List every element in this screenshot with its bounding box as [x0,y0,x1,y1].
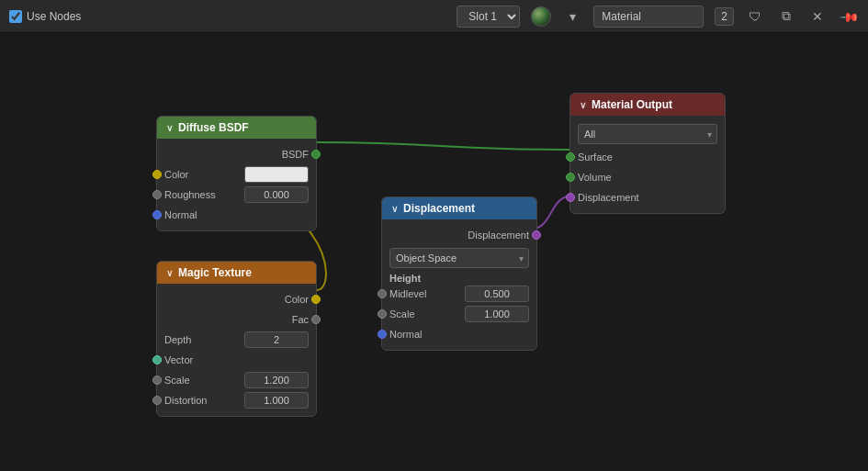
magic-fac-label: Fac [292,314,309,325]
magic-fac-output-socket[interactable] [311,315,321,324]
node-diffuse-bsdf: ∨ Diffuse BSDF BSDF Color Roughness [156,116,317,231]
disp-midlevel-socket[interactable] [378,289,387,298]
use-nodes-input[interactable] [9,10,22,23]
magic-scale-row: Scale [157,370,316,390]
magic-color-output-row: Color [157,289,316,309]
node-magic-texture: ∨ Magic Texture Color Fac Depth [156,261,317,417]
magic-fac-output-row: Fac [157,309,316,330]
output-displacement-row: Displacement [570,187,725,207]
magic-distortion-value[interactable] [244,392,309,409]
node-material-output: ∨ Material Output All Surface Volume [569,93,726,214]
magic-vector-socket[interactable] [152,355,162,364]
output-volume-label: Volume [578,172,612,183]
output-displacement-label: Displacement [578,192,639,203]
disp-output-socket[interactable] [532,230,541,240]
output-target-row: All [570,121,725,147]
displacement-header: ∨ Displacement [382,197,536,219]
output-surface-row: Surface [570,147,725,167]
disp-normal-label: Normal [389,329,422,340]
magic-scale-value[interactable] [244,372,309,388]
pin-btn[interactable]: 📌 [839,6,859,27]
material-type-btn[interactable]: ▾ [562,6,582,27]
output-surface-label: Surface [578,151,613,163]
disp-scale-value[interactable] [465,306,529,322]
magic-vector-row: Vector [157,350,316,370]
normal-row: Normal [157,205,316,225]
magic-scale-socket[interactable] [152,376,162,385]
magic-distortion-label: Distortion [164,395,207,406]
disp-space-dropdown[interactable]: Object Space [389,248,529,268]
output-displacement-socket[interactable] [566,193,575,202]
normal-input-socket[interactable] [152,210,162,219]
use-nodes-label: Use Nodes [27,10,81,23]
disp-space-row: Object Space [382,245,536,271]
disp-space-dropdown-wrapper: Object Space [389,248,529,268]
node-displacement: ∨ Displacement Displacement Object Space… [381,196,537,351]
magic-texture-title: Magic Texture [178,266,252,279]
disp-normal-row: Normal [382,324,536,344]
material-sphere-icon [531,6,551,27]
roughness-label: Roughness [164,189,216,200]
color-input-socket[interactable] [152,170,162,179]
magic-vector-label: Vector [164,354,193,365]
diffuse-bsdf-body: BSDF Color Roughness [157,139,316,230]
node-canvas: ∨ Diffuse BSDF BSDF Color Roughness [0,33,868,471]
duplicate-btn[interactable]: ⧉ [776,6,796,27]
magic-color-output-socket[interactable] [311,295,321,304]
displacement-collapse-arrow[interactable]: ∨ [391,204,398,214]
magic-depth-label: Depth [164,334,191,345]
bsdf-output-row: BSDF [157,144,316,164]
disp-midlevel-value[interactable] [465,286,529,302]
material-output-header: ∨ Material Output [570,94,725,116]
material-output-body: All Surface Volume Displacement [570,116,725,213]
shield-icon-btn[interactable]: 🛡 [745,6,765,27]
color-field[interactable] [244,166,309,183]
user-count: 2 [715,7,734,26]
magic-distortion-row: Distortion [157,390,316,410]
disp-scale-socket[interactable] [378,309,387,319]
magic-distortion-socket[interactable] [152,396,162,405]
output-volume-row: Volume [570,167,725,187]
bsdf-output-socket[interactable] [311,150,321,159]
disp-midlevel-row: Midlevel [382,284,536,304]
disp-scale-label: Scale [389,308,415,320]
color-label: Color [164,169,188,180]
diffuse-bsdf-title: Diffuse BSDF [178,121,249,134]
displacement-body: Displacement Object Space Height Midleve… [382,219,536,350]
disp-midlevel-label: Midlevel [389,288,426,299]
color-row: Color [157,164,316,185]
output-collapse-arrow[interactable]: ∨ [580,100,586,110]
disp-height-section-label: Height [382,271,536,284]
use-nodes-checkbox[interactable]: Use Nodes [9,10,81,23]
diffuse-collapse-arrow[interactable]: ∨ [166,123,173,133]
output-target-dropdown[interactable]: All [578,124,717,144]
roughness-value[interactable] [244,186,309,203]
output-target-dropdown-wrapper: All [578,124,717,144]
disp-scale-row: Scale [382,304,536,324]
magic-collapse-arrow[interactable]: ∨ [166,268,173,278]
disp-input-label: Displacement [468,230,529,241]
bsdf-label: BSDF [282,149,309,160]
magic-color-label: Color [285,294,309,305]
disp-normal-socket[interactable] [378,330,387,339]
magic-texture-header: ∨ Magic Texture [157,262,316,284]
unlink-btn[interactable]: ✕ [807,6,828,27]
roughness-input-socket[interactable] [152,190,162,199]
slot-dropdown[interactable]: Slot 1 [457,6,520,28]
disp-input-row: Displacement [382,225,536,245]
topbar: Use Nodes Slot 1 ▾ 2 🛡 ⧉ ✕ 📌 [0,0,868,33]
magic-depth-row: Depth [157,330,316,350]
magic-depth-value[interactable] [244,331,309,348]
magic-texture-body: Color Fac Depth Vector [157,284,316,416]
roughness-row: Roughness [157,185,316,205]
displacement-title: Displacement [403,202,475,215]
material-output-title: Material Output [592,98,672,111]
output-volume-socket[interactable] [566,173,575,182]
output-surface-socket[interactable] [566,152,575,162]
normal-label: Normal [164,209,197,220]
material-name-field[interactable] [593,6,704,28]
diffuse-bsdf-header: ∨ Diffuse BSDF [157,117,316,139]
magic-scale-label: Scale [164,375,190,386]
